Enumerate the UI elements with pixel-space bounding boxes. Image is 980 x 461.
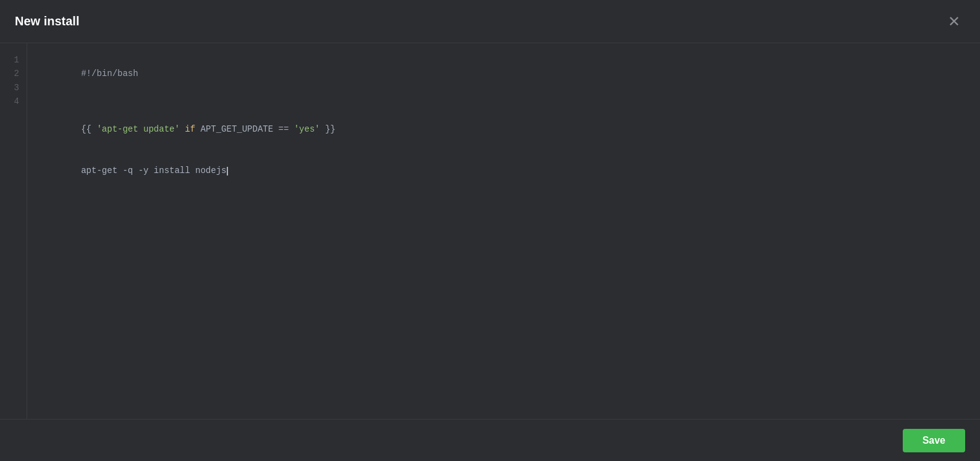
- code-token: 'yes': [294, 124, 320, 134]
- dialog-header: New install ✕: [0, 0, 980, 43]
- code-token: #!/bin/bash: [81, 69, 138, 78]
- text-cursor: [227, 167, 228, 176]
- code-token: }}: [320, 124, 336, 134]
- editor-body: 1 2 3 4 #!/bin/bash {{ 'apt-get update' …: [0, 43, 980, 419]
- code-line-3: {{ 'apt-get update' if APT_GET_UPDATE ==…: [40, 109, 968, 150]
- save-button[interactable]: Save: [903, 429, 965, 452]
- code-line-2: [40, 95, 968, 108]
- close-button[interactable]: ✕: [943, 12, 965, 32]
- line-number-3: 3: [14, 81, 19, 95]
- code-token: if: [185, 124, 195, 134]
- line-number-2: 2: [14, 67, 19, 80]
- dialog-title: New install: [15, 14, 79, 28]
- line-numbers: 1 2 3 4: [0, 43, 27, 419]
- code-line-4: apt-get -q -y install nodejs: [40, 150, 968, 192]
- code-token: apt-get -q -y install nodejs: [81, 166, 226, 176]
- code-line-1: #!/bin/bash: [40, 53, 968, 95]
- code-token: [180, 124, 185, 134]
- code-token: 'apt-get update': [96, 124, 179, 134]
- code-editor[interactable]: #!/bin/bash {{ 'apt-get update' if APT_G…: [27, 43, 980, 419]
- line-number-4: 4: [14, 95, 19, 108]
- code-token: {{: [81, 124, 96, 134]
- new-install-dialog: New install ✕ 1 2 3 4 #!/bin/bash {{ 'ap…: [0, 0, 980, 461]
- code-token: APT_GET_UPDATE ==: [195, 124, 294, 134]
- dialog-footer: Save: [0, 419, 980, 461]
- line-number-1: 1: [14, 53, 19, 67]
